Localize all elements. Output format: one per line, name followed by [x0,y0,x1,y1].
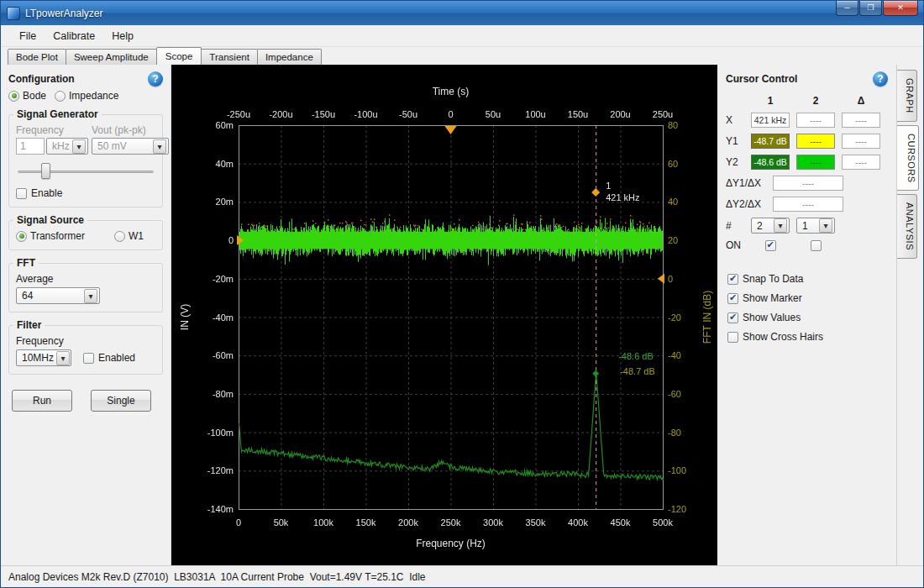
enable-row[interactable]: Enable [16,187,155,199]
delta-y1-value: ---- [842,134,880,149]
show-marker-checkbox[interactable] [727,293,738,304]
dy1dx-label: ΔY1/ΔX [726,177,766,189]
cursor2-y1-value: ---- [796,134,835,149]
dy2dx-label: ΔY2/ΔX [726,198,766,210]
snap-to-data-row[interactable]: Snap To Data [727,273,888,285]
cursor1-trace-select[interactable]: 2 [751,218,790,234]
signal-source-title: Signal Source [13,214,87,226]
status-bar: Analog Devices M2k Rev.D (Z7010) LB3031A… [1,565,923,587]
cursor1-y1-value: -48.7 dB [751,134,790,149]
amplitude-slider[interactable] [18,163,154,180]
side-tab-analysis[interactable]: ANALYSIS [897,194,917,259]
status-text: Analog Devices M2k Rev.D (Z7010) LB3031A… [8,571,426,583]
close-icon[interactable]: ✕ [883,1,918,16]
enable-label: Enable [31,187,62,199]
fft-group: FFT Average 64 [8,263,163,312]
x-row-label: X [726,114,744,126]
show-values-checkbox[interactable] [727,312,738,323]
show-cross-hairs-label: Show Cross Hairs [743,331,823,343]
tab-bar: Bode Plot Sweep Amplitude Scope Transien… [1,47,923,65]
filter-enabled-row[interactable]: Enabled [83,352,135,364]
cursor2-x-value: ---- [796,113,835,128]
average-label: Average [16,273,155,285]
tab-impedance[interactable]: Impedance [257,49,322,65]
cursor1-y2-value: -48.6 dB [751,155,790,170]
show-marker-row[interactable]: Show Marker [727,292,888,304]
menu-calibrate[interactable]: Calibrate [45,27,103,45]
transformer-radio-control[interactable] [16,231,27,242]
menu-file[interactable]: File [11,27,45,45]
signal-generator-title: Signal Generator [13,108,102,120]
vout-label: Vout (pk-pk) [92,124,171,136]
help-icon-cursors[interactable]: ? [873,71,888,87]
cursor2-y2-value: ---- [796,155,835,170]
y1-row-label: Y1 [726,135,744,147]
tab-sweep-amplitude[interactable]: Sweep Amplitude [66,49,157,65]
cursor-col-2: 2 [796,95,835,107]
slider-thumb[interactable] [41,163,50,179]
cursor2-trace-select[interactable]: 1 [796,218,835,234]
cursor-col-1: 1 [751,95,790,107]
bode-radio[interactable]: Bode [8,90,46,102]
bode-radio-control[interactable] [8,91,19,102]
tab-transient[interactable]: Transient [201,49,258,65]
frequency-label: Frequency [16,124,88,136]
show-marker-label: Show Marker [743,292,802,304]
dy2dx-value: ---- [773,197,843,212]
frequency-unit-value: kHz [52,140,70,152]
app-window: LTpowerAnalyzer ─ ❐ ✕ File Calibrate Hel… [0,0,924,588]
scope-plot[interactable] [171,65,717,565]
filter-enabled-label: Enabled [98,352,135,364]
vout-value: 50 mV [97,140,127,152]
help-icon-configuration[interactable]: ? [148,71,163,87]
side-tab-cursors[interactable]: CURSORS [897,125,919,192]
delta-x-value: ---- [842,113,880,128]
fft-average-select[interactable]: 64 [16,287,100,304]
transformer-radio[interactable]: Transformer [16,230,85,242]
impedance-radio-label: Impedance [69,90,118,102]
cursor1-on-checkbox[interactable] [765,240,776,251]
minimize-icon[interactable]: ─ [836,1,858,16]
tab-scope[interactable]: Scope [156,47,202,65]
single-button[interactable]: Single [91,390,151,412]
trace-number-label: # [726,220,744,232]
scope-plot-panel [171,65,717,565]
app-icon [7,7,20,20]
window-controls: ─ ❐ ✕ [836,1,923,16]
y2-row-label: Y2 [726,156,744,168]
menu-help[interactable]: Help [103,27,142,45]
slider-track [18,171,154,173]
frequency-input[interactable] [16,138,45,155]
dy1dx-value: ---- [773,176,843,191]
impedance-radio-control[interactable] [55,91,66,102]
signal-source-group: Signal Source Transformer W1 [8,220,163,250]
cursor-control-panel: Cursor Control ? 1 2 Δ X 421 kHz ---- --… [717,65,896,565]
w1-radio-label: W1 [129,230,144,242]
snap-to-data-checkbox[interactable] [727,274,738,285]
w1-radio-control[interactable] [114,231,125,242]
w1-radio[interactable]: W1 [114,230,144,242]
run-button[interactable]: Run [12,390,72,412]
vout-select[interactable]: 50 mV [92,138,169,155]
bode-radio-label: Bode [23,90,46,102]
show-values-label: Show Values [743,312,801,323]
show-values-row[interactable]: Show Values [727,312,888,323]
left-control-panel: Configuration ? Bode Impedance Signal Ge… [1,65,171,565]
show-cross-hairs-row[interactable]: Show Cross Hairs [727,331,888,343]
cursor-col-delta: Δ [842,95,880,107]
tab-bode-plot[interactable]: Bode Plot [8,49,66,65]
window-title: LTpowerAnalyzer [25,8,102,19]
frequency-unit-select[interactable]: kHz [46,138,88,155]
enable-checkbox[interactable] [16,188,27,199]
filter-frequency-select[interactable]: 10MHz [16,349,71,366]
filter-group: Filter Frequency 10MHz Enabled [8,325,163,375]
cursor-control-title: Cursor Control [726,73,797,85]
side-tab-graph[interactable]: GRAPH [897,70,917,122]
filter-enabled-checkbox[interactable] [83,353,94,364]
cursor1-x-value: 421 kHz [751,113,790,128]
show-cross-hairs-checkbox[interactable] [727,332,738,343]
impedance-radio[interactable]: Impedance [55,90,118,102]
cursor2-on-checkbox[interactable] [811,240,822,251]
title-bar[interactable]: LTpowerAnalyzer ─ ❐ ✕ [1,1,923,25]
maximize-icon[interactable]: ❐ [859,1,882,16]
